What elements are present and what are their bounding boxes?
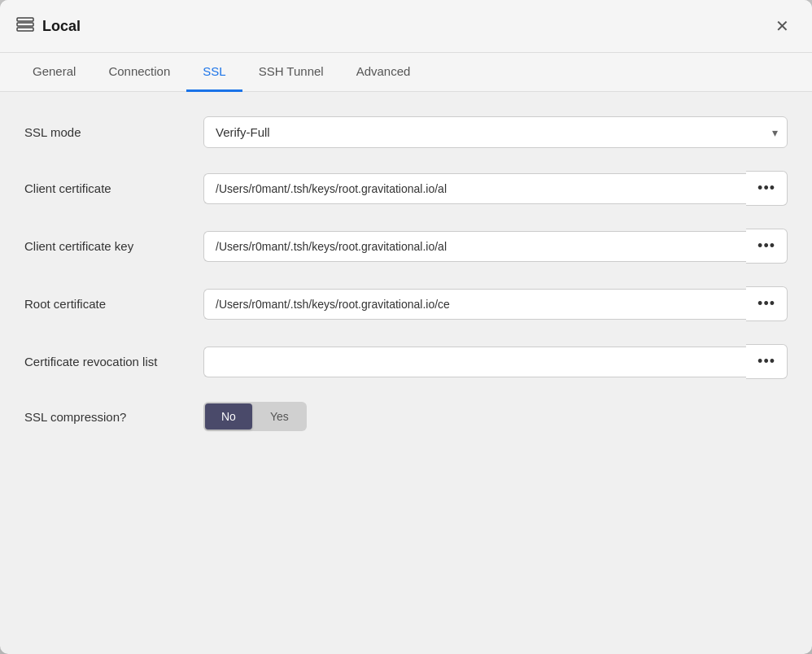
client-cert-input-wrapper: ••• xyxy=(203,171,788,206)
cert-revocation-browse-button[interactable]: ••• xyxy=(746,344,788,379)
ssl-compression-toggle: No Yes xyxy=(203,402,307,431)
ssl-compression-label: SSL compression? xyxy=(24,408,187,425)
tab-connection[interactable]: Connection xyxy=(92,53,186,92)
tab-ssh-tunnel[interactable]: SSH Tunnel xyxy=(242,53,340,92)
root-cert-label: Root certificate xyxy=(24,295,187,312)
client-cert-key-label: Client certificate key xyxy=(24,238,187,255)
tab-advanced[interactable]: Advanced xyxy=(340,53,427,92)
client-cert-row: Client certificate ••• xyxy=(24,171,788,206)
client-cert-key-browse-button[interactable]: ••• xyxy=(746,229,788,264)
database-icon xyxy=(16,17,34,36)
client-cert-key-input[interactable] xyxy=(203,231,746,262)
ssl-mode-select-wrapper: Disable Allow Prefer Require Verify-CA V… xyxy=(203,116,788,148)
dialog: Local ✕ General Connection SSL SSH Tunne… xyxy=(0,0,812,654)
ssl-compression-control: No Yes xyxy=(203,402,788,431)
client-cert-key-row: Client certificate key ••• xyxy=(24,229,788,264)
tab-general[interactable]: General xyxy=(16,53,92,92)
svg-rect-2 xyxy=(17,28,33,31)
tab-ssl[interactable]: SSL xyxy=(186,53,242,92)
root-cert-input[interactable] xyxy=(203,289,746,320)
ssl-compression-no-option[interactable]: No xyxy=(205,403,252,429)
cert-revocation-row: Certificate revocation list ••• xyxy=(24,344,788,379)
cert-revocation-input-wrapper: ••• xyxy=(203,344,788,379)
root-cert-input-wrapper: ••• xyxy=(203,286,788,321)
svg-rect-0 xyxy=(17,18,33,21)
dialog-header: Local ✕ xyxy=(0,0,812,53)
dialog-title: Local xyxy=(16,17,81,36)
ssl-mode-row: SSL mode Disable Allow Prefer Require Ve… xyxy=(24,116,788,148)
cert-revocation-label: Certificate revocation list xyxy=(24,353,187,370)
ssl-mode-control: Disable Allow Prefer Require Verify-CA V… xyxy=(203,116,788,148)
client-cert-key-control: ••• xyxy=(203,229,788,264)
ssl-mode-select[interactable]: Disable Allow Prefer Require Verify-CA V… xyxy=(203,116,788,148)
close-button[interactable]: ✕ xyxy=(769,13,796,39)
client-cert-input[interactable] xyxy=(203,173,746,204)
client-cert-control: ••• xyxy=(203,171,788,206)
ssl-compression-yes-option[interactable]: Yes xyxy=(254,403,305,429)
root-cert-browse-button[interactable]: ••• xyxy=(746,286,788,321)
tabs-bar: General Connection SSL SSH Tunnel Advanc… xyxy=(0,53,812,92)
cert-revocation-input[interactable] xyxy=(203,347,746,377)
svg-rect-1 xyxy=(17,23,33,26)
root-cert-row: Root certificate ••• xyxy=(24,286,788,321)
ssl-compression-row: SSL compression? No Yes xyxy=(24,402,788,431)
cert-revocation-control: ••• xyxy=(203,344,788,379)
ssl-mode-label: SSL mode xyxy=(24,124,187,141)
title-text: Local xyxy=(42,18,81,35)
root-cert-control: ••• xyxy=(203,286,788,321)
form-content: SSL mode Disable Allow Prefer Require Ve… xyxy=(0,92,812,478)
client-cert-browse-button[interactable]: ••• xyxy=(746,171,788,206)
client-cert-label: Client certificate xyxy=(24,180,187,197)
client-cert-key-input-wrapper: ••• xyxy=(203,229,788,264)
